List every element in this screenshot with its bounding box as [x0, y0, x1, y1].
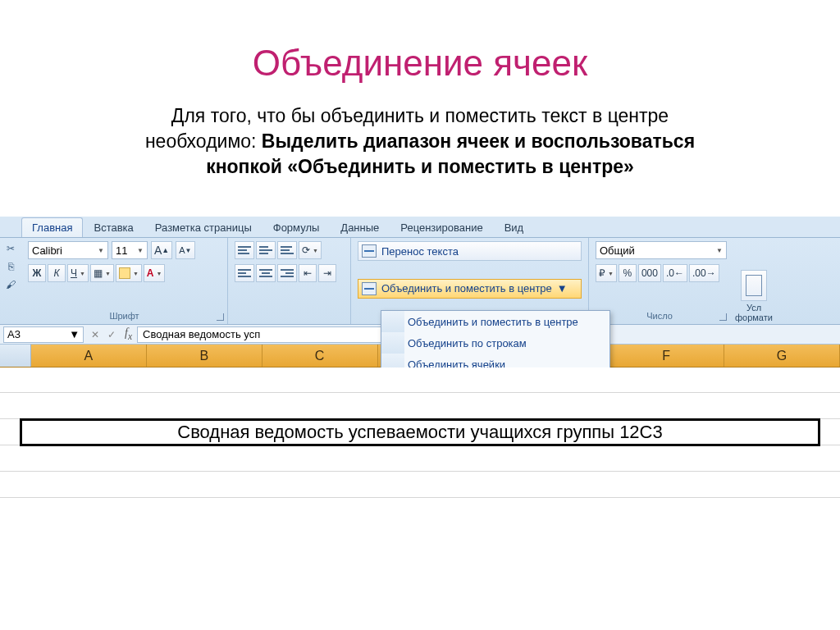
font-group: Calibri▼ 11▼ A▲ A▼ Ж К Ч▼ ▦▼ ▼ A▼ Ш: [21, 238, 228, 324]
col-b[interactable]: B: [147, 345, 262, 367]
slide-line3: кнопкой «Объединить и поместить в центре…: [206, 156, 634, 177]
inc-decimal[interactable]: .00→: [689, 264, 719, 282]
bold-button[interactable]: Ж: [28, 264, 46, 282]
styles-group: Усл формати: [730, 238, 776, 324]
wrap-text-label: Перенос текста: [381, 245, 459, 258]
increase-font-button[interactable]: A▲: [151, 241, 172, 259]
wrap-text-button[interactable]: Перенос текста: [358, 241, 582, 261]
copy-icon[interactable]: ⎘: [4, 261, 17, 272]
ribbon-tabs: Главная Вставка Разметка страницы Формул…: [0, 217, 840, 238]
clipboard-mini: ✂ ⎘ 🖌: [0, 238, 21, 324]
align-center[interactable]: [256, 264, 276, 282]
decrease-font-button[interactable]: A▼: [176, 241, 194, 259]
col-g[interactable]: G: [724, 345, 840, 367]
slide-title: Объединение ячеек: [0, 0, 840, 84]
number-format-combo[interactable]: Общий▼: [596, 241, 727, 259]
merge-center-label: Объединить и поместить в центре: [381, 282, 552, 294]
tab-home[interactable]: Главная: [21, 217, 83, 237]
merge-icon: [362, 282, 377, 295]
formula-input[interactable]: Сводная ведомость усп: [137, 326, 391, 343]
tab-review[interactable]: Рецензирование: [390, 217, 493, 237]
align-top[interactable]: [235, 241, 254, 259]
currency-button[interactable]: ₽▼: [596, 264, 617, 282]
dec-indent[interactable]: ⇤: [299, 264, 317, 282]
merge-across-item[interactable]: Объединить по строкам: [404, 332, 533, 354]
cond-label-1: Усл: [746, 303, 761, 313]
merge-center-item[interactable]: Объединить и поместить в центре: [404, 311, 585, 332]
fill-color-button[interactable]: ▼: [116, 264, 142, 282]
percent-button[interactable]: %: [619, 264, 637, 282]
borders-button[interactable]: ▦▼: [90, 264, 114, 282]
excel-screenshot: Главная Вставка Разметка страницы Формул…: [0, 217, 840, 520]
tab-layout[interactable]: Разметка страницы: [144, 217, 262, 237]
name-box-value: A3: [7, 328, 21, 340]
number-format-value: Общий: [600, 244, 635, 257]
spreadsheet-grid[interactable]: Сводная ведомость успеваемости учащихся …: [0, 368, 840, 507]
align-group: ⟳▼ ⇤ ⇥ .: [228, 238, 351, 324]
conditional-formatting-icon[interactable]: [741, 270, 767, 301]
fx-icon[interactable]: fx: [120, 326, 137, 342]
tab-data[interactable]: Данные: [330, 217, 390, 237]
slide-description: Для того, что бы объединить и поместить …: [0, 103, 840, 180]
inc-indent[interactable]: ⇥: [318, 264, 336, 282]
align-middle[interactable]: [256, 241, 276, 259]
merged-title-cell[interactable]: Сводная ведомость успеваемости учащихся …: [20, 418, 820, 446]
col-f[interactable]: F: [609, 345, 724, 367]
font-name-combo[interactable]: Calibri▼: [28, 241, 108, 259]
align-left[interactable]: [235, 264, 254, 282]
slide-line2b: Выделить диапазон ячеек и воспользоватьс…: [262, 130, 695, 152]
align-bottom[interactable]: [277, 241, 297, 259]
tab-formulas[interactable]: Формулы: [262, 217, 331, 237]
col-c[interactable]: C: [262, 345, 378, 367]
accept-formula-icon[interactable]: ✓: [103, 326, 120, 343]
font-size-value: 11: [116, 244, 127, 257]
orientation-button[interactable]: ⟳▼: [299, 241, 322, 259]
slide-line2a: необходимо:: [145, 130, 262, 152]
font-size-combo[interactable]: 11▼: [112, 241, 148, 259]
italic-button[interactable]: К: [48, 264, 66, 282]
select-all-corner[interactable]: [0, 345, 31, 367]
chevron-down-icon: ▼: [557, 282, 568, 294]
tab-insert[interactable]: Вставка: [83, 217, 144, 237]
font-name-value: Calibri: [32, 244, 62, 257]
format-painter-icon[interactable]: 🖌: [4, 279, 17, 290]
underline-button[interactable]: Ч▼: [67, 264, 89, 282]
tab-view[interactable]: Вид: [494, 217, 535, 237]
number-group-label: Число: [596, 311, 724, 322]
ribbon: ✂ ⎘ 🖌 Calibri▼ 11▼ A▲ A▼ Ж К: [0, 238, 840, 325]
dec-decimal[interactable]: .0←: [663, 264, 687, 282]
merge-center-button[interactable]: Объединить и поместить в центре ▼: [358, 279, 582, 299]
cancel-formula-icon[interactable]: ✕: [87, 326, 103, 343]
col-a[interactable]: A: [31, 345, 147, 367]
align-right[interactable]: [277, 264, 297, 282]
name-box[interactable]: A3▼: [3, 326, 84, 343]
wrap-text-icon: [362, 244, 377, 258]
slide-line1: Для того, что бы объединить и поместить …: [171, 105, 669, 126]
font-color-button[interactable]: A▼: [144, 264, 166, 282]
font-group-label: Шрифт: [28, 311, 221, 322]
cut-icon[interactable]: ✂: [4, 243, 17, 254]
cond-label-2: формати: [735, 313, 773, 322]
thousand-button[interactable]: 000: [638, 264, 661, 282]
